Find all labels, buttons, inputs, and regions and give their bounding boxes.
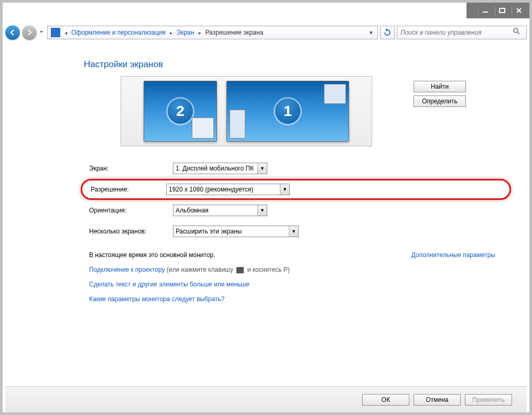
chevron-down-icon[interactable]: ▼ bbox=[280, 184, 289, 195]
multiple-displays-row: Несколько экранов: Расширить эти экраны … bbox=[89, 221, 495, 242]
advanced-settings-link[interactable]: Дополнительные параметры bbox=[411, 251, 495, 259]
cancel-button[interactable]: Отмена bbox=[414, 394, 461, 406]
history-dropdown-icon[interactable] bbox=[39, 29, 45, 36]
resolution-label: Разрешение: bbox=[91, 186, 166, 193]
monitor-number-label: 1 bbox=[275, 99, 300, 124]
projector-hint-a: (или нажмите клавишу bbox=[167, 266, 235, 273]
multiple-displays-select[interactable]: Расширить эти экраны ▼ bbox=[173, 226, 299, 237]
multiple-displays-label: Несколько экранов: bbox=[89, 228, 173, 235]
text-size-link[interactable]: Сделать текст и другие элементы больше и… bbox=[89, 281, 249, 288]
svg-point-2 bbox=[514, 28, 518, 33]
orientation-label: Ориентация: bbox=[89, 207, 173, 214]
navigation-bar: ◂ Оформление и персонализация ▸ Экран ▸ … bbox=[5, 24, 527, 41]
svg-line-3 bbox=[517, 32, 519, 34]
minimize-button[interactable] bbox=[478, 6, 492, 15]
chevron-right-icon: ▸ bbox=[197, 30, 203, 36]
primary-monitor-info: В настоящее время это основной монитор. … bbox=[89, 251, 495, 259]
window-preview-icon bbox=[324, 84, 346, 104]
window-preview-icon bbox=[192, 118, 214, 139]
detect-button[interactable]: Найти bbox=[414, 81, 466, 92]
window-preview-icon bbox=[230, 110, 245, 139]
display-row: Экран: 1. Дисплей мобильного ПК ▼ bbox=[89, 158, 495, 179]
monitor-1[interactable]: 1 bbox=[226, 81, 349, 142]
svg-rect-1 bbox=[500, 8, 505, 13]
resolution-select[interactable]: 1920 x 1080 (рекомендуется) ▼ bbox=[166, 184, 290, 195]
address-bar[interactable]: ◂ Оформление и персонализация ▸ Экран ▸ … bbox=[47, 26, 378, 39]
monitor-help-link[interactable]: Какие параметры монитора следует выбрать… bbox=[89, 295, 225, 303]
page-title: Настройки экранов bbox=[84, 59, 495, 70]
resolution-row-highlight: Разрешение: 1920 x 1080 (рекомендуется) … bbox=[81, 179, 511, 200]
titlebar bbox=[466, 3, 529, 18]
close-button[interactable] bbox=[512, 6, 525, 15]
monitor-2[interactable]: 2 bbox=[144, 81, 217, 142]
orientation-select[interactable]: Альбомная ▼ bbox=[173, 205, 267, 216]
chevron-down-icon[interactable]: ▼ bbox=[257, 163, 267, 174]
refresh-button[interactable] bbox=[380, 26, 395, 39]
breadcrumb-resolution[interactable]: Разрешение экрана bbox=[203, 28, 266, 37]
projector-hint-b: и коснитесь P) bbox=[247, 266, 290, 273]
resolution-value: 1920 x 1080 (рекомендуется) bbox=[169, 186, 253, 193]
monitor-arrangement-panel[interactable]: 2 1 Найти Определить bbox=[121, 76, 372, 146]
breadcrumb-display[interactable]: Экран bbox=[175, 28, 197, 37]
breadcrumb-appearance[interactable]: Оформление и персонализация bbox=[69, 28, 168, 37]
footer-buttons: ОК Отмена Применить bbox=[5, 386, 527, 412]
chevron-right-icon: ▸ bbox=[168, 30, 175, 36]
display-select[interactable]: 1. Дисплей мобильного ПК ▼ bbox=[173, 163, 267, 174]
forward-button[interactable] bbox=[22, 25, 37, 40]
maximize-button[interactable] bbox=[495, 6, 508, 15]
monitor-number-label: 2 bbox=[168, 99, 193, 124]
display-value: 1. Дисплей мобильного ПК bbox=[176, 165, 254, 172]
search-icon[interactable] bbox=[513, 27, 523, 38]
apply-button: Применить bbox=[465, 394, 512, 406]
chevron-down-icon[interactable]: ▼ bbox=[289, 226, 298, 237]
search-box[interactable] bbox=[397, 26, 527, 39]
windows-key-icon bbox=[236, 267, 244, 273]
projector-link[interactable]: Подключение к проектору bbox=[89, 266, 165, 273]
ok-button[interactable]: ОК bbox=[362, 394, 409, 406]
primary-monitor-text: В настоящее время это основной монитор. bbox=[89, 251, 215, 259]
window-frame: ◂ Оформление и персонализация ▸ Экран ▸ … bbox=[0, 0, 532, 415]
chevron-down-icon[interactable]: ▼ bbox=[257, 205, 267, 216]
orientation-value: Альбомная bbox=[176, 207, 209, 214]
display-label: Экран: bbox=[89, 165, 173, 172]
back-button[interactable] bbox=[5, 25, 20, 40]
identify-button[interactable]: Определить bbox=[414, 95, 466, 107]
chevron-left-icon: ◂ bbox=[62, 30, 69, 36]
svg-rect-0 bbox=[483, 12, 488, 13]
content-area: Настройки экранов 2 1 Найти Определить bbox=[5, 45, 527, 381]
multiple-displays-value: Расширить эти экраны bbox=[176, 228, 242, 235]
address-dropdown-icon[interactable]: ▾ bbox=[366, 29, 376, 36]
orientation-row: Ориентация: Альбомная ▼ bbox=[89, 200, 495, 221]
control-panel-icon bbox=[51, 28, 60, 37]
search-input[interactable] bbox=[400, 29, 513, 36]
